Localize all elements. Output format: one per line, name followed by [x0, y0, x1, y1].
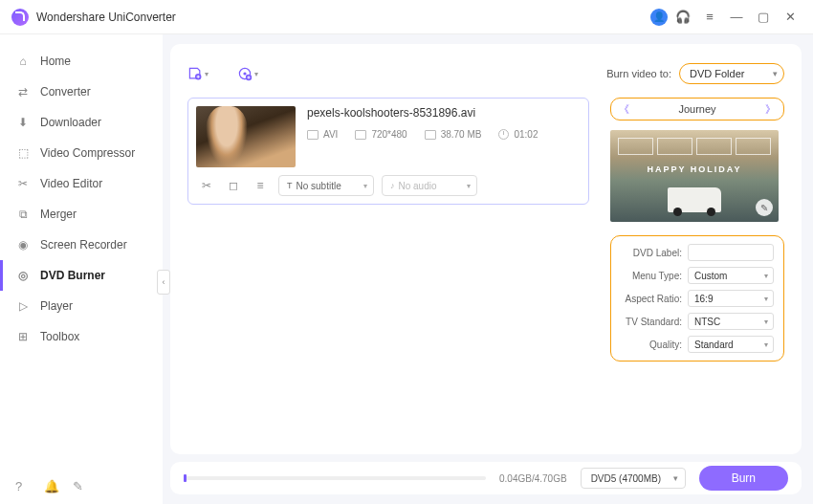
chevron-down-icon: ▾	[254, 70, 258, 78]
feedback-icon[interactable]: ✎	[73, 479, 88, 494]
menu-type-label: Menu Type:	[621, 271, 682, 281]
disc-type-select[interactable]: DVD5 (4700MB)	[581, 468, 686, 489]
sidebar-item-dvd-burner[interactable]: ◎DVD Burner	[0, 260, 163, 291]
file-card: pexels-koolshooters-8531896.avi AVI 720*…	[187, 98, 589, 205]
subtitle-icon: T	[287, 181, 293, 190]
burn-to-label: Burn video to:	[606, 68, 671, 79]
menu-icon[interactable]: ≡	[698, 6, 721, 29]
sidebar-item-label: Player	[40, 299, 73, 313]
sidebar-item-label: Video Editor	[40, 177, 102, 190]
file-name: pexels-koolshooters-8531896.avi	[307, 106, 581, 120]
app-title: Wondershare UniConverter	[36, 11, 176, 24]
app-logo	[11, 9, 29, 26]
bell-icon[interactable]: 🔔	[44, 479, 59, 494]
sidebar-item-label: Toolbox	[40, 330, 79, 343]
main-panel: ▾ ▾ Burn video to: DVD Folder pexels-koo…	[170, 44, 802, 454]
template-name: Journey	[678, 103, 715, 115]
audio-icon: ♪	[390, 181, 395, 190]
sidebar-item-label: Merger	[40, 208, 77, 221]
prev-template-button[interactable]: 《	[619, 102, 629, 117]
grid-icon: ⊞	[15, 329, 31, 344]
headset-icon[interactable]: 🎧	[671, 6, 694, 29]
toolbar: ▾ ▾ Burn video to: DVD Folder	[187, 57, 784, 90]
minimize-icon[interactable]: —	[725, 6, 748, 29]
clock-icon	[498, 129, 509, 140]
sidebar-item-label: Video Compressor	[40, 146, 135, 160]
maximize-icon[interactable]: ▢	[752, 6, 775, 29]
bottom-bar: 0.04GB/4.70GB DVD5 (4700MB) Burn	[170, 462, 802, 494]
trim-button[interactable]: ✂	[200, 179, 213, 192]
sidebar-item-downloader[interactable]: ⬇Downloader	[0, 107, 163, 138]
format-icon	[307, 130, 319, 140]
dvd-label-label: DVD Label:	[621, 248, 682, 258]
size-text: 0.04GB/4.70GB	[499, 473, 567, 484]
audio-select[interactable]: ♪No audio	[382, 175, 477, 196]
file-size: 38.70 MB	[425, 129, 482, 140]
crop-button[interactable]: ◻	[227, 179, 240, 192]
merge-icon: ⧉	[15, 207, 31, 222]
quality-select[interactable]: Standard	[688, 336, 774, 353]
load-dvd-button[interactable]: ▾	[237, 63, 258, 84]
sidebar-item-editor[interactable]: ✂Video Editor	[0, 168, 163, 199]
file-duration: 01:02	[498, 129, 538, 140]
aspect-ratio-label: Aspect Ratio:	[621, 294, 682, 304]
folder-icon	[425, 130, 436, 140]
sidebar-item-recorder[interactable]: ◉Screen Recorder	[0, 230, 163, 260]
burn-to-select[interactable]: DVD Folder	[679, 63, 784, 84]
template-preview[interactable]: HAPPY HOLIDAY ✎	[610, 130, 779, 222]
chevron-down-icon: ▾	[205, 70, 209, 78]
sidebar-item-merger[interactable]: ⧉Merger	[0, 199, 163, 230]
next-template-button[interactable]: 》	[765, 102, 776, 117]
dvd-label-input[interactable]	[688, 244, 774, 261]
sidebar-item-label: DVD Burner	[40, 269, 105, 282]
video-thumbnail[interactable]	[196, 106, 296, 167]
converter-icon: ⇄	[15, 84, 31, 99]
compress-icon: ⬚	[15, 145, 31, 161]
edit-template-button[interactable]: ✎	[756, 199, 773, 216]
tv-standard-label: TV Standard:	[621, 317, 682, 327]
close-icon[interactable]: ✕	[779, 6, 802, 29]
file-format: AVI	[307, 129, 338, 140]
template-text: HAPPY HOLIDAY	[610, 164, 779, 174]
quality-label: Quality:	[621, 340, 682, 350]
help-icon[interactable]: ?	[15, 479, 31, 494]
file-resolution: 720*480	[355, 129, 406, 140]
sidebar-item-compressor[interactable]: ⬚Video Compressor	[0, 138, 163, 168]
add-file-button[interactable]: ▾	[187, 63, 209, 84]
disc-icon: ◎	[15, 268, 31, 283]
aspect-ratio-select[interactable]: 16:9	[688, 290, 774, 307]
sidebar-item-label: Home	[40, 55, 71, 68]
sidebar-footer: ? 🔔 ✎	[0, 470, 163, 504]
titlebar: Wondershare UniConverter 👤 🎧 ≡ — ▢ ✕	[0, 0, 813, 34]
sidebar-item-home[interactable]: ⌂Home	[0, 46, 163, 77]
size-progress[interactable]	[184, 476, 486, 480]
download-icon: ⬇	[15, 115, 31, 130]
sidebar-item-label: Downloader	[40, 116, 101, 129]
sidebar: ⌂Home ⇄Converter ⬇Downloader ⬚Video Comp…	[0, 34, 163, 504]
sidebar-item-player[interactable]: ▷Player	[0, 291, 163, 321]
burn-button[interactable]: Burn	[699, 466, 788, 491]
subtitle-select[interactable]: TNo subtitle	[278, 175, 374, 196]
sidebar-collapse-button[interactable]: ‹	[157, 270, 170, 295]
template-nav: 《 Journey 》	[610, 98, 784, 121]
effects-button[interactable]: ≡	[253, 179, 267, 192]
sidebar-item-label: Screen Recorder	[40, 238, 127, 252]
sidebar-item-converter[interactable]: ⇄Converter	[0, 77, 163, 107]
burn-to-section: Burn video to: DVD Folder	[606, 63, 784, 84]
play-icon: ▷	[15, 298, 31, 314]
user-icon[interactable]: 👤	[650, 9, 668, 26]
record-icon: ◉	[15, 237, 31, 252]
tv-standard-select[interactable]: NTSC	[688, 313, 774, 330]
resolution-icon	[355, 130, 366, 140]
sidebar-item-label: Converter	[40, 85, 91, 99]
menu-type-select[interactable]: Custom	[688, 267, 774, 284]
scissors-icon: ✂	[15, 176, 31, 191]
dvd-settings: DVD Label: Menu Type:Custom Aspect Ratio…	[610, 235, 784, 362]
home-icon: ⌂	[15, 54, 31, 69]
sidebar-item-toolbox[interactable]: ⊞Toolbox	[0, 321, 163, 352]
svg-point-2	[243, 72, 246, 75]
